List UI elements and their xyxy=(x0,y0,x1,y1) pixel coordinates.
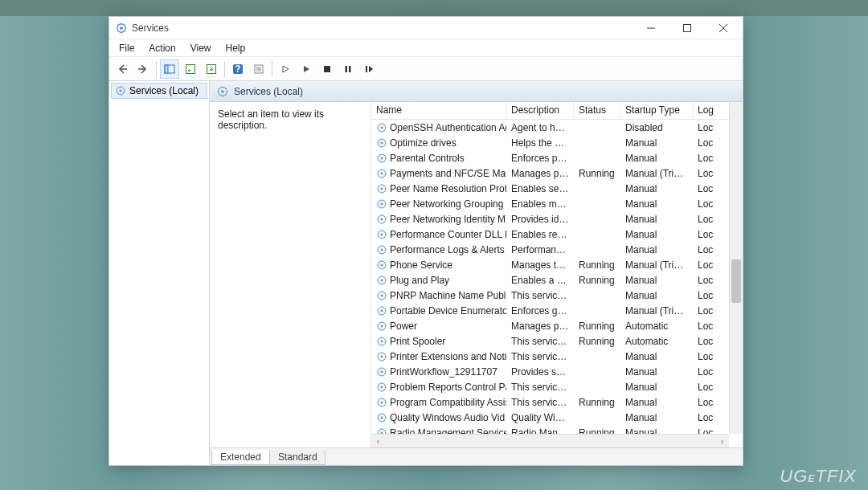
scroll-right-icon[interactable]: › xyxy=(715,435,729,448)
back-button[interactable] xyxy=(113,59,132,79)
table-row[interactable]: Peer Networking GroupingEnables mul…Manu… xyxy=(371,196,743,211)
maximize-button[interactable] xyxy=(669,18,705,39)
pause-button[interactable] xyxy=(338,59,358,79)
service-startup: Manual xyxy=(620,183,693,194)
forward-button[interactable] xyxy=(133,59,153,79)
gear-icon xyxy=(376,153,387,164)
gear-icon xyxy=(216,85,229,98)
table-row[interactable]: Plug and PlayEnables a co…RunningManualL… xyxy=(371,272,743,288)
col-name[interactable]: Name xyxy=(371,102,506,119)
svg-point-17 xyxy=(221,90,224,93)
table-row[interactable]: OpenSSH Authentication Ag…Agent to hol…D… xyxy=(371,120,743,135)
left-tree[interactable]: Services (Local) xyxy=(109,81,210,465)
tree-node-services-local[interactable]: Services (Local) xyxy=(111,83,207,99)
service-name: Performance Counter DLL H… xyxy=(390,229,506,240)
titlebar[interactable]: Services xyxy=(109,17,743,39)
service-description: This service … xyxy=(506,351,574,362)
service-name: Performance Logs & Alerts xyxy=(390,244,505,255)
service-startup: Manual xyxy=(620,198,693,210)
right-pane: Services (Local) Select an item to view … xyxy=(210,81,743,465)
table-row[interactable]: Optimize drivesHelps the co…ManualLoc xyxy=(371,135,743,150)
service-name: Plug and Play xyxy=(390,275,449,286)
service-name: Problem Reports Control Pa… xyxy=(390,382,506,393)
table-row[interactable]: Parental ControlsEnforces par…ManualLoc xyxy=(371,150,743,165)
svg-point-21 xyxy=(380,141,383,145)
svg-point-57 xyxy=(380,416,383,419)
service-description: This service … xyxy=(506,397,574,408)
service-name: Optimize drives xyxy=(390,137,457,149)
svg-point-51 xyxy=(380,370,383,374)
gear-icon xyxy=(376,122,387,133)
menu-action[interactable]: Action xyxy=(142,41,182,55)
service-name: Payments and NFC/SE Mana… xyxy=(390,168,506,179)
service-startup: Manual xyxy=(620,382,693,393)
col-startup-type[interactable]: Startup Type xyxy=(620,102,693,119)
table-row[interactable]: Peer Networking Identity M…Provides ide…… xyxy=(371,211,743,227)
gear-icon xyxy=(376,244,387,255)
col-description[interactable]: Description xyxy=(506,102,574,119)
export-button[interactable] xyxy=(202,59,221,79)
column-headers[interactable]: Name Description Status Startup Type Log xyxy=(371,102,743,120)
tab-standard[interactable]: Standard xyxy=(269,450,326,465)
table-row[interactable]: Quality Windows Audio Vid…Quality Win…Ma… xyxy=(371,410,743,425)
svg-point-15 xyxy=(119,89,122,92)
table-row[interactable]: Performance Counter DLL H…Enables rem…Ma… xyxy=(371,227,743,242)
service-name: Program Compatibility Assis… xyxy=(390,397,506,408)
service-description: Manages th… xyxy=(506,259,574,271)
refresh-button[interactable] xyxy=(181,59,200,79)
table-row[interactable]: Printer Extensions and Notifi…This servi… xyxy=(371,349,743,364)
scroll-left-icon[interactable]: ‹ xyxy=(371,435,385,448)
table-row[interactable]: PowerManages po…RunningAutomaticLoc xyxy=(371,318,743,333)
table-row[interactable]: Print SpoolerThis service …RunningAutoma… xyxy=(371,333,743,349)
gear-icon xyxy=(376,290,387,301)
tab-extended[interactable]: Extended xyxy=(211,450,270,465)
col-status[interactable]: Status xyxy=(574,102,620,119)
table-row[interactable]: PrintWorkflow_12911707Provides sup…Manua… xyxy=(371,364,743,379)
minimize-button[interactable] xyxy=(633,18,669,39)
table-row[interactable]: Peer Name Resolution Proto…Enables serv…… xyxy=(371,181,743,196)
service-name: Phone Service xyxy=(390,259,452,271)
svg-point-25 xyxy=(380,172,383,175)
restart-button[interactable] xyxy=(359,59,379,79)
svg-point-37 xyxy=(380,263,383,267)
horizontal-scrollbar[interactable]: ‹ › xyxy=(371,434,729,447)
stop-button[interactable] xyxy=(317,59,337,79)
service-name: Peer Networking Identity M… xyxy=(390,214,506,225)
table-row[interactable]: Program Compatibility Assis…This service… xyxy=(371,394,743,410)
table-row[interactable]: Problem Reports Control Pa…This service … xyxy=(371,379,743,394)
service-startup: Manual xyxy=(620,137,693,149)
services-list[interactable]: Name Description Status Startup Type Log… xyxy=(371,102,743,447)
start-filled-button[interactable] xyxy=(297,59,316,79)
table-row[interactable]: PNRP Machine Name Public…This service …M… xyxy=(371,288,743,303)
gear-icon xyxy=(376,412,387,423)
menu-file[interactable]: File xyxy=(113,41,141,55)
app-icon xyxy=(116,22,127,34)
menu-help[interactable]: Help xyxy=(219,41,252,55)
properties-button[interactable] xyxy=(249,59,268,79)
table-row[interactable]: Payments and NFC/SE Mana…Manages pa…Runn… xyxy=(371,165,743,181)
svg-point-43 xyxy=(380,309,383,312)
split-body: Select an item to view its description. … xyxy=(210,102,743,447)
svg-point-27 xyxy=(380,187,383,190)
svg-text:?: ? xyxy=(235,63,240,75)
menubar: File Action View Help xyxy=(109,39,743,57)
window-title: Services xyxy=(132,22,633,34)
svg-rect-13 xyxy=(366,66,367,72)
help-button[interactable]: ? xyxy=(228,59,248,79)
gear-icon xyxy=(376,351,387,362)
scrollbar-thumb[interactable] xyxy=(731,259,741,303)
table-row[interactable]: Portable Device Enumerator …Enforces gro… xyxy=(371,303,743,318)
service-startup: Manual xyxy=(620,351,693,362)
show-hide-tree-button[interactable] xyxy=(160,59,179,79)
services-window: Services File Action View Help ? Service… xyxy=(108,16,743,466)
service-rows[interactable]: OpenSSH Authentication Ag…Agent to hol…D… xyxy=(371,120,743,447)
menu-view[interactable]: View xyxy=(184,41,218,55)
separator-icon xyxy=(224,61,225,77)
table-row[interactable]: Performance Logs & AlertsPerformance…Man… xyxy=(371,242,743,257)
vertical-scrollbar[interactable] xyxy=(729,102,743,434)
pane-header-title: Services (Local) xyxy=(234,86,303,97)
table-row[interactable]: Phone ServiceManages th…RunningManual (T… xyxy=(371,257,743,272)
start-button[interactable] xyxy=(276,59,295,79)
service-status: Running xyxy=(574,275,620,286)
close-button[interactable] xyxy=(705,18,741,39)
